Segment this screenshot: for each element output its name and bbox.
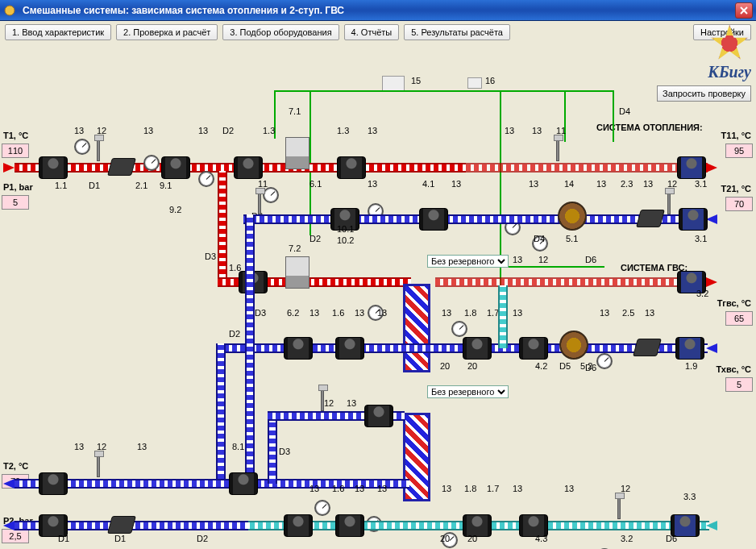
lbl6_2: 6.2 [287, 308, 299, 318]
lbl1_1: 1.1 [55, 181, 67, 190]
lbl9_1: 9.1 [160, 181, 172, 190]
select-reserve-2[interactable]: Без резервного [427, 385, 509, 398]
lbl13b: 13 [143, 126, 153, 135]
tab-check[interactable]: 2. Проверка и расчёт [116, 24, 218, 40]
valve-3 [337, 156, 366, 179]
lbl13f: 13 [368, 179, 377, 189]
close-button[interactable] [735, 2, 753, 19]
valve-g1 [284, 337, 313, 360]
strainer-3 [633, 339, 662, 356]
lbl2_1: 2.1 [135, 181, 147, 190]
lbl13i: 13 [309, 308, 319, 318]
lbl12d: 12 [324, 398, 334, 408]
lbl3_1: 3.1 [695, 179, 707, 189]
valve-s1 [364, 405, 393, 427]
sensor-3 [258, 192, 261, 214]
lbl4_1: 4.1 [422, 179, 434, 189]
sensor-4 [667, 192, 671, 214]
lbl13c: 13 [198, 126, 208, 135]
tab-reports[interactable]: 4. Отчёты [344, 24, 400, 40]
lblD3b: D3 [255, 308, 266, 318]
tab-equipment[interactable]: 3. Подбор оборудования [222, 24, 339, 40]
valve-r1 [330, 208, 359, 231]
lbl1_6b: 1.6 [332, 308, 344, 318]
lblD6a: D6 [585, 255, 596, 264]
value-Thvs[interactable]: 5 [725, 377, 753, 392]
strainer-1 [107, 158, 136, 176]
dropdown-reserve-2[interactable]: Без резервного [427, 385, 509, 398]
select-reserve-1[interactable]: Без резервного [427, 255, 509, 268]
lbl12hx1: 12 [538, 255, 548, 264]
gauge-3 [198, 171, 214, 187]
gauge-2 [143, 155, 160, 171]
regulator-return [229, 472, 258, 495]
value-P2[interactable]: 2,5 [2, 529, 29, 543]
piping-diagram: T1, °C 110 P1, bar 5 T2, °C 70 P2, bar 2… [0, 44, 756, 549]
lblD2a: D2 [222, 126, 234, 135]
tab-input[interactable]: 1. Ввод характеристик [5, 24, 111, 40]
tab-results[interactable]: 5. Результаты расчёта [404, 24, 510, 40]
label-T21: T21, °C [721, 184, 751, 193]
lbl5_2: 5.2 [580, 361, 592, 371]
lblD3c: D3 [279, 447, 290, 456]
lbl13l: 13 [645, 308, 654, 318]
lbl13j: 13 [442, 308, 451, 318]
value-T21[interactable]: 70 [725, 197, 753, 211]
valve-g2 [335, 337, 364, 360]
lbl13o: 13 [347, 398, 356, 408]
lbl1_8a: 1.8 [464, 308, 476, 318]
lbl2_5: 2.5 [622, 308, 634, 318]
label-P1: P1, bar [3, 182, 33, 192]
lbl13a: 13 [74, 126, 84, 135]
dropdown-reserve-1[interactable]: Без резервного [427, 255, 509, 268]
valve-c4 [519, 514, 548, 537]
lbl-15: 15 [411, 76, 421, 85]
sensor-r1 [97, 455, 100, 477]
gauge-7b [451, 321, 467, 337]
lbl9_2: 9.2 [169, 205, 181, 214]
value-T11[interactable]: 95 [725, 143, 753, 158]
window-title: Смешанные системы: зависимая система ото… [19, 5, 735, 16]
window-titlebar: Смешанные системы: зависимая система ото… [0, 0, 756, 21]
lbl20a: 20 [440, 361, 450, 371]
svg-point-0 [5, 6, 15, 15]
value-Tgvs[interactable]: 65 [725, 311, 753, 326]
strainer-c0 [107, 516, 136, 534]
valve-heating-out [677, 156, 706, 179]
lblD6b: D6 [585, 363, 596, 372]
lbl8_1: 8.1 [232, 442, 244, 451]
valve-r2 [419, 208, 448, 231]
lbl13k: 13 [600, 308, 609, 318]
pipe-return-main [15, 479, 409, 489]
pump-gvs [559, 331, 588, 360]
valve-inlet [39, 156, 68, 179]
lbl10_2: 10.2 [337, 235, 354, 245]
lblD1c: D1 [114, 534, 126, 543]
sensor-2 [556, 139, 559, 161]
valve-c2 [335, 514, 364, 537]
value-T1[interactable]: 110 [2, 143, 29, 158]
label-T11: T11, °C [721, 131, 751, 140]
lbl13h2: 13 [643, 179, 653, 189]
valve-ret1 [39, 472, 68, 495]
valve-2 [234, 156, 263, 179]
lblD2d: D2 [229, 329, 240, 339]
lbl7_2: 7.2 [289, 243, 301, 253]
label-T2: T2, °C [3, 461, 28, 471]
valve-c3 [463, 514, 492, 537]
value-P1[interactable]: 5 [2, 195, 29, 210]
app-icon [3, 4, 16, 17]
lbl1_3a: 1.3 [263, 126, 275, 135]
lbl13i1: 13 [355, 308, 364, 318]
lbl13f2: 13 [451, 179, 461, 189]
lbl20a2: 20 [467, 361, 477, 371]
lbl5_1: 5.1 [566, 234, 578, 243]
label-Tgvs: Тгвс, °C [717, 298, 751, 308]
lblD2e: D2 [197, 534, 208, 543]
lbl1_7a: 1.7 [487, 308, 499, 318]
lblD3a: D3 [205, 252, 216, 261]
lbl3_1b: 3.1 [695, 234, 707, 243]
valve-c1 [284, 514, 313, 537]
lbl6_1: 6.1 [309, 179, 322, 189]
device-16 [467, 77, 482, 89]
